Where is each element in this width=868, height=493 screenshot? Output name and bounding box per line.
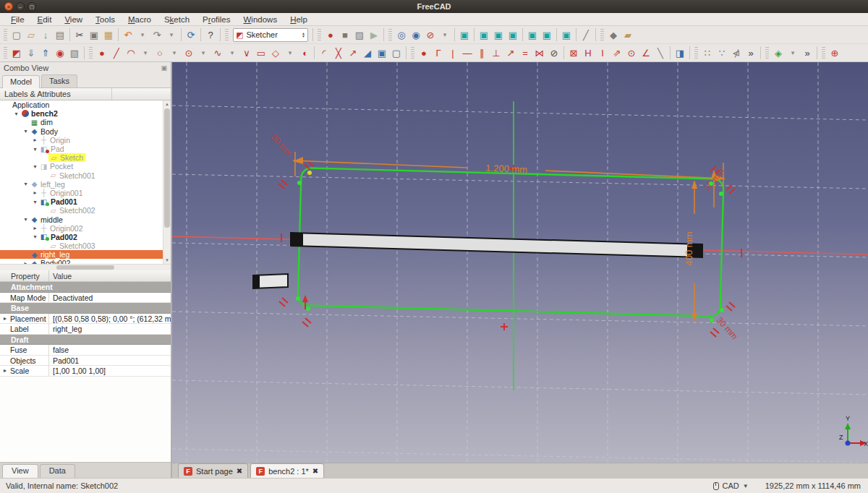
- print-icon[interactable]: ▤: [53, 27, 67, 42]
- whats-this-icon[interactable]: ?: [203, 27, 218, 42]
- undo-icon[interactable]: ↶: [121, 27, 135, 42]
- tree-vertical-scrollbar[interactable]: ▲ ▼: [163, 100, 171, 264]
- toolbar-drag-handle[interactable]: [411, 47, 414, 59]
- create-part-icon[interactable]: ◆: [606, 27, 621, 42]
- view-isometric-icon[interactable]: ▣: [457, 27, 472, 42]
- create-polyline-icon[interactable]: ∨: [239, 46, 254, 60]
- new-file-icon[interactable]: ▢: [9, 27, 24, 42]
- scroll-down-icon[interactable]: ▼: [163, 257, 171, 264]
- bspline-more-2-icon[interactable]: ▾: [786, 46, 800, 60]
- refresh-icon[interactable]: ⟳: [184, 27, 198, 42]
- open-file-icon[interactable]: ▱: [24, 27, 38, 42]
- tab-data[interactable]: Data: [40, 464, 75, 478]
- clone-icon[interactable]: ⊕: [827, 46, 842, 60]
- toolbar-drag-handle[interactable]: [694, 47, 698, 59]
- constrain-horizontal-distance-icon[interactable]: H: [581, 46, 595, 60]
- fit-all-icon[interactable]: ◎: [394, 27, 409, 42]
- tree-item-bench2[interactable]: ▾bench2: [0, 109, 171, 118]
- overflow-2-icon[interactable]: »: [800, 46, 814, 60]
- view-bottom-icon[interactable]: ▣: [540, 27, 554, 42]
- create-arc-icon[interactable]: ◠: [124, 46, 138, 60]
- constrain-refraction-icon[interactable]: ╲: [653, 46, 668, 60]
- menu-item-windows[interactable]: Windows: [237, 13, 284, 26]
- macro-play-icon[interactable]: ▶: [367, 27, 381, 42]
- view-sketch-icon[interactable]: ◉: [53, 46, 67, 60]
- property-row-objects[interactable]: ObjectsPad001: [0, 356, 171, 366]
- create-bspline-icon[interactable]: ∿: [210, 46, 225, 60]
- property-row-fuse[interactable]: Fusefalse: [0, 345, 171, 356]
- constrain-radius-icon[interactable]: ⊙: [624, 46, 639, 60]
- toolbar-drag-handle[interactable]: [765, 47, 769, 59]
- toolbar-drag-handle[interactable]: [225, 29, 229, 40]
- expand-arrow-icon[interactable]: ▾: [31, 199, 39, 205]
- chevron-down-icon[interactable]: ▼: [743, 483, 749, 489]
- 3d-viewport[interactable]: 1.200 mm 400 mm 30 mm 30 mm 30 mm X Y Z: [172, 62, 868, 463]
- create-sketch-icon[interactable]: ◩: [9, 46, 24, 60]
- external-geometry-icon[interactable]: ◢: [360, 46, 375, 60]
- toolbar-drag-handle[interactable]: [388, 29, 392, 40]
- macro-stop-icon[interactable]: ■: [338, 27, 352, 42]
- show-hide-bspline-icon[interactable]: ◈: [771, 46, 786, 60]
- overflow-1-icon[interactable]: »: [744, 46, 758, 60]
- menu-item-help[interactable]: Help: [284, 13, 314, 26]
- property-row-scale[interactable]: ▸Scale[1,00 1,00 1,00]: [0, 366, 171, 377]
- tree-item-application[interactable]: Application: [0, 100, 171, 109]
- menu-item-macro[interactable]: Macro: [122, 13, 158, 26]
- toolbar-drag-handle[interactable]: [600, 29, 604, 40]
- create-point-icon[interactable]: ●: [95, 46, 109, 60]
- macro-edit-icon[interactable]: ▨: [352, 27, 367, 42]
- create-rectangle-icon[interactable]: ▭: [254, 46, 268, 60]
- property-row-label[interactable]: Labelright_leg: [0, 324, 171, 335]
- tree-item-sketch003[interactable]: Sketch003: [0, 241, 171, 250]
- close-icon[interactable]: ✖: [312, 467, 318, 475]
- menu-item-edit[interactable]: Edit: [31, 13, 59, 26]
- constrain-horizontal-icon[interactable]: —: [460, 46, 475, 60]
- extend-edge-icon[interactable]: ↗: [346, 46, 360, 60]
- map-sketch-icon[interactable]: ⇑: [38, 46, 53, 60]
- property-value[interactable]: false: [49, 345, 171, 355]
- select-elements-icon[interactable]: ∵: [715, 46, 729, 60]
- workbench-selector[interactable]: ◩Sketcher▲▼: [233, 28, 308, 42]
- tree-item-pad[interactable]: ▾Pad: [0, 145, 171, 153]
- edit-sketch-icon[interactable]: ⇓: [24, 46, 38, 60]
- expand-arrow-icon[interactable]: ▾: [12, 111, 20, 117]
- expand-arrow-icon[interactable]: ▸: [31, 189, 39, 196]
- undo-more-icon[interactable]: ▾: [135, 27, 150, 42]
- tab-tasks[interactable]: Tasks: [41, 74, 77, 87]
- expand-arrow-icon[interactable]: ▸: [31, 225, 39, 231]
- close-icon[interactable]: ✖: [237, 467, 242, 475]
- expand-arrow-icon[interactable]: ▾: [22, 128, 30, 134]
- expand-arrow-icon[interactable]: ▸: [31, 137, 39, 143]
- expand-arrow-icon[interactable]: ▸: [0, 366, 10, 376]
- create-line-icon[interactable]: ╱: [109, 46, 124, 60]
- document-tab-start-page[interactable]: FStart page✖: [178, 463, 248, 478]
- property-value[interactable]: [1,00 1,00 1,00]: [49, 366, 171, 376]
- width-dimension-label[interactable]: 1.200 mm: [485, 163, 527, 175]
- constrain-distance-icon[interactable]: ⇗: [610, 46, 624, 60]
- constrain-angle-icon[interactable]: ∠: [639, 46, 653, 60]
- toolbar-drag-handle[interactable]: [4, 29, 7, 40]
- toolbar-drag-handle[interactable]: [822, 47, 825, 59]
- polygon-more-icon[interactable]: ▾: [283, 46, 297, 60]
- tree-item-dim[interactable]: dim: [0, 118, 171, 127]
- spinner-arrows-icon[interactable]: ▲▼: [302, 32, 305, 38]
- circle-more-icon[interactable]: ▾: [167, 46, 182, 60]
- tree-item-sketch001[interactable]: Sketch001: [0, 171, 171, 180]
- zoom-selection-icon[interactable]: ◉: [409, 27, 423, 42]
- constrain-equal-icon[interactable]: =: [518, 46, 532, 60]
- create-polygon-icon[interactable]: ◇: [268, 46, 283, 60]
- leg-pad-solid[interactable]: [253, 274, 288, 288]
- menu-item-tools[interactable]: Tools: [89, 13, 122, 26]
- constrain-coincident-icon[interactable]: ●: [417, 46, 431, 60]
- scrollbar-thumb[interactable]: [56, 265, 114, 270]
- expand-arrow-icon[interactable]: ▸: [0, 314, 10, 324]
- menu-item-view[interactable]: View: [58, 13, 89, 26]
- create-circle-icon[interactable]: ○: [153, 46, 167, 60]
- tree-item-origin002[interactable]: ▸Origin002: [0, 224, 171, 233]
- toolbar-drag-handle[interactable]: [89, 47, 93, 59]
- deselect-constraints-icon[interactable]: ⋪: [729, 46, 744, 60]
- measure-distance-icon[interactable]: ╱: [579, 27, 593, 42]
- menu-item-sketch[interactable]: Sketch: [158, 13, 196, 26]
- tree-item-sketch[interactable]: Sketch: [0, 153, 171, 162]
- constrain-tangent-icon[interactable]: ↗: [503, 46, 518, 60]
